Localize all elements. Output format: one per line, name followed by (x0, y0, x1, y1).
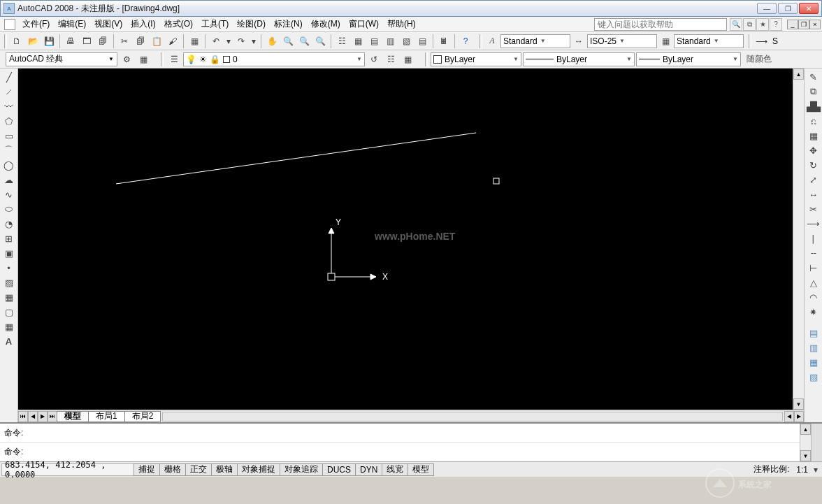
copy-obj-icon[interactable]: ⧉ (806, 85, 821, 99)
erase-icon[interactable]: ✎ (806, 70, 821, 84)
spline-icon[interactable]: ∿ (1, 187, 17, 201)
rectangle-icon[interactable]: ▭ (1, 129, 17, 143)
extend-icon[interactable]: ⟶ (806, 217, 821, 231)
tab-layout1[interactable]: 布局1 (88, 411, 125, 422)
layer-dropdown[interactable]: 💡 ☀ 🔒 0 ▼ (183, 52, 365, 66)
tab-layout2[interactable]: 布局2 (124, 411, 161, 422)
doc-close-button[interactable]: × (809, 20, 821, 29)
publish-icon[interactable]: 🗐 (95, 34, 110, 49)
scroll-down-icon[interactable]: ▼ (793, 398, 804, 410)
palette3-icon[interactable]: ▦ (806, 355, 821, 369)
drawing-canvas[interactable]: X Y www.pHome.NET (18, 69, 793, 410)
command-scrollbar[interactable]: ▲ ▼ (800, 424, 811, 461)
mtext-icon[interactable]: A (1, 334, 17, 348)
menu-help[interactable]: 帮助(H) (383, 17, 420, 31)
tool-palette-icon[interactable]: ▤ (366, 34, 382, 49)
stretch-icon[interactable]: ↔ (806, 187, 821, 201)
command-input-line[interactable]: 命令: (0, 443, 800, 462)
palette4-icon[interactable]: ▧ (806, 370, 821, 384)
undo-dd-icon[interactable]: ▾ (224, 34, 233, 49)
help-icon[interactable]: ? (770, 18, 782, 31)
print-preview-icon[interactable]: 🗔 (79, 34, 94, 49)
match-prop-icon[interactable]: 🖌 (165, 34, 180, 49)
toggle-otrack[interactable]: 对象追踪 (280, 463, 323, 476)
coordinates-display[interactable]: 683.4154, 412.2054 , 0.0000 (1, 463, 134, 476)
minimize-button[interactable]: — (757, 3, 777, 14)
tab-next-icon[interactable]: ▶ (38, 411, 48, 422)
trim-icon[interactable]: ✂ (806, 202, 821, 216)
properties-icon[interactable]: ☷ (334, 34, 349, 49)
workspace-lock-icon[interactable]: ▦ (136, 52, 151, 67)
polygon-icon[interactable]: ⬠ (1, 114, 17, 128)
zoom-prev-icon[interactable]: 🔍 (296, 34, 312, 49)
workspace-settings-icon[interactable]: ⚙ (119, 52, 134, 67)
color-dropdown[interactable]: ByLayer ▼ (431, 52, 521, 66)
region-icon[interactable]: ▢ (1, 305, 17, 319)
menu-modify[interactable]: 修改(M) (307, 17, 345, 31)
arc-icon[interactable]: ⌒ (1, 143, 17, 157)
scroll-right-icon[interactable]: ▶ (794, 411, 804, 422)
toggle-polar[interactable]: 极轴 (211, 463, 238, 476)
toggle-snap[interactable]: 捕捉 (134, 463, 160, 476)
tablestyle-icon[interactable]: ▦ (658, 34, 673, 49)
open-icon[interactable]: 📂 (25, 34, 41, 49)
rotate-icon[interactable]: ↻ (806, 158, 821, 172)
tab-model[interactable]: 模型 (57, 411, 89, 422)
markup-icon[interactable]: ▧ (398, 34, 414, 49)
tab-first-icon[interactable]: ⏮ (18, 411, 28, 422)
layer-prop-icon[interactable]: ☰ (166, 52, 182, 67)
layer-states-icon[interactable]: ☷ (383, 52, 398, 67)
save-icon[interactable]: 💾 (41, 34, 57, 49)
menu-edit[interactable]: 编辑(E) (54, 17, 90, 31)
gradient-icon[interactable]: ▦ (1, 290, 17, 304)
toggle-model[interactable]: 模型 (408, 463, 434, 476)
fillet-icon[interactable]: ◠ (806, 290, 821, 304)
xline-icon[interactable]: ⟋ (1, 85, 17, 99)
lineweight-dropdown[interactable]: ByLayer ▼ (636, 52, 741, 66)
redo-dd-icon[interactable]: ▾ (250, 34, 258, 49)
textstyle-dropdown[interactable]: Standard▼ (500, 34, 570, 48)
undo-icon[interactable]: ↶ (208, 34, 224, 49)
print-icon[interactable]: 🖶 (63, 34, 78, 49)
layer-prev-icon[interactable]: ↺ (366, 52, 382, 67)
block-editor-icon[interactable]: ▦ (187, 34, 202, 49)
palette1-icon[interactable]: ▤ (806, 326, 821, 340)
linetype-dropdown[interactable]: ByLayer ▼ (523, 52, 635, 66)
toggle-grid[interactable]: 栅格 (159, 463, 186, 476)
zoom-realtime-icon[interactable]: 🔍 (280, 34, 296, 49)
scroll-left-icon[interactable]: ◀ (784, 411, 794, 422)
design-center-icon[interactable]: ▦ (350, 34, 366, 49)
break-icon[interactable]: ╌ (806, 246, 821, 260)
cmd-scroll-down-icon[interactable]: ▼ (800, 450, 811, 461)
chamfer-icon[interactable]: △ (806, 275, 821, 289)
menu-dimension[interactable]: 标注(N) (270, 17, 307, 31)
point-icon[interactable]: • (1, 261, 17, 275)
menu-format[interactable]: 格式(O) (160, 17, 197, 31)
make-block-icon[interactable]: ▣ (1, 246, 17, 260)
search-icon[interactable]: 🔍 (730, 18, 742, 31)
cut-icon[interactable]: ✂ (117, 34, 132, 49)
toggle-osnap[interactable]: 对象捕捉 (237, 463, 280, 476)
copy-icon[interactable]: 🗐 (133, 34, 148, 49)
hatch-icon[interactable]: ▨ (1, 275, 17, 289)
revcloud-icon[interactable]: ☁ (1, 173, 17, 187)
menu-insert[interactable]: 插入(I) (127, 17, 159, 31)
sheetset-icon[interactable]: ▥ (382, 34, 398, 49)
toggle-dyn[interactable]: DYN (355, 463, 382, 476)
polyline-icon[interactable]: 〰 (1, 99, 17, 113)
maximize-button[interactable]: ❐ (778, 3, 798, 14)
break-at-icon[interactable]: ∣ (806, 231, 821, 245)
table-icon[interactable]: ▦ (1, 319, 17, 333)
toggle-ortho[interactable]: 正交 (185, 463, 212, 476)
scroll-up-icon[interactable]: ▲ (793, 69, 804, 80)
palette2-icon[interactable]: ▥ (806, 340, 821, 354)
join-icon[interactable]: ⊢ (806, 261, 821, 275)
dimstyle-icon[interactable]: ↔ (571, 34, 586, 49)
command-resize-handle[interactable] (811, 424, 822, 461)
menu-view[interactable]: 视图(V) (90, 17, 127, 31)
ellipse-arc-icon[interactable]: ◔ (1, 217, 17, 231)
zoom-window-icon[interactable]: 🔍 (312, 34, 328, 49)
vertical-scrollbar[interactable]: ▲ ▼ (793, 69, 804, 410)
help-search-input[interactable] (594, 18, 727, 31)
mirror-icon[interactable]: ▟▙ (806, 99, 821, 113)
